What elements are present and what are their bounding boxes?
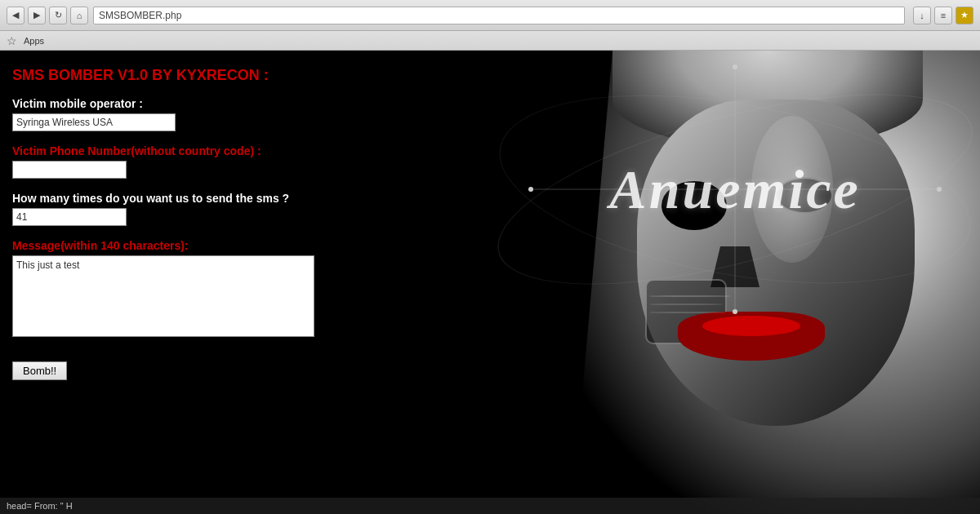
browser-chrome: ◀ ▶ ↻ ⌂ SMSBOMBER.php ↓ ≡ ★ [0,0,980,31]
operator-input[interactable] [12,113,176,131]
operator-group: Victim mobile operator : [12,97,339,131]
extensions-icon[interactable]: ★ [956,7,973,24]
refresh-button[interactable]: ↻ [49,7,67,24]
forward-button[interactable]: ▶ [28,7,46,24]
home-button[interactable]: ⌂ [70,7,88,24]
status-text: head= From: " H [7,501,73,511]
page-title-group: SMS BOMBER V1.0 BY KYXRECON : [12,67,339,84]
message-group: Message(within 140 characters): This jus… [12,239,339,340]
url-text: SMSBOMBER.php [99,10,181,21]
eye-socket [662,181,727,230]
operator-label: Victim mobile operator : [12,97,339,110]
star-icon: ☆ [7,34,17,47]
download-icon[interactable]: ↓ [913,7,931,24]
count-label: How many times do you want us to send th… [12,192,339,205]
phone-input[interactable] [12,161,127,179]
count-input[interactable] [12,208,127,226]
eye-right [776,177,833,214]
main-content: Anuemice SMS BOMBER V1.0 BY KYXRECON : V… [0,51,980,514]
face-illustration [572,51,980,514]
phone-group: Victim Phone Number(without country code… [12,144,339,179]
face-shape [637,100,915,426]
count-group: How many times do you want us to send th… [12,192,339,226]
form-panel: SMS BOMBER V1.0 BY KYXRECON : Victim mob… [0,51,351,514]
page-title: SMS BOMBER V1.0 BY KYXRECON : [12,67,269,83]
apps-bookmark-label[interactable]: Apps [24,36,44,46]
background-art: Anuemice [368,51,980,514]
message-label: Message(within 140 characters): [12,239,339,252]
settings-icon[interactable]: ≡ [934,7,952,24]
lips-detail [678,312,825,361]
browser-controls: ◀ ▶ ↻ ⌂ [7,7,88,24]
submit-button[interactable]: Bomb!! [12,361,67,380]
status-bar: head= From: " H [0,498,980,514]
back-button[interactable]: ◀ [7,7,24,24]
message-textarea[interactable]: This just a test [12,255,314,337]
phone-label: Victim Phone Number(without country code… [12,144,339,157]
bookmark-bar: ☆ Apps [0,31,980,51]
address-bar[interactable]: SMSBOMBER.php [93,7,905,24]
